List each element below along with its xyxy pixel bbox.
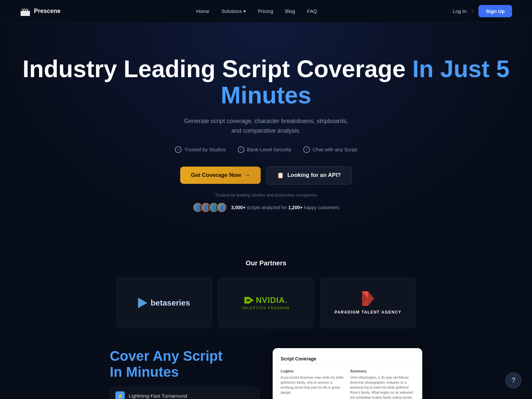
check-icon-security: ✓	[238, 146, 244, 153]
nvidia-sub-text: INCEPTION PROGRAM	[242, 306, 290, 310]
partners-section: Our Partners betaseries NVIDIA. INCEP	[0, 239, 532, 341]
clapboard-icon	[20, 6, 31, 17]
check-icon-chat: ✓	[303, 146, 310, 153]
nav-blog[interactable]: Blog	[285, 8, 295, 14]
feature-item-turnaround: ⚡ Lightning-Fast Turnaround	[110, 387, 259, 399]
paradigm-logo: PARADIGM TALENT AGENCY	[334, 291, 401, 315]
hero-heading: Industry Leading Script Coverage In Just…	[20, 56, 512, 108]
hero-badges: ✓ Trusted by Studios ✓ Bank-Level Securi…	[20, 146, 512, 153]
lower-grid: Cover Any Script In Minutes ⚡ Lightning-…	[110, 348, 422, 399]
logline-text: A successful American man visits his whi…	[281, 375, 345, 395]
avatar-group: 👤 👤 👤 👤	[193, 202, 227, 213]
script-preview-cols: Logline A successful American man visits…	[281, 369, 414, 399]
scripts-count: 3,000+	[231, 205, 245, 210]
nav-pricing[interactable]: Pricing	[258, 8, 273, 14]
avatar-4: 👤	[216, 202, 227, 213]
get-coverage-button[interactable]: Get Coverage Now →	[180, 167, 261, 184]
partners-title: Our Partners	[20, 259, 512, 267]
lower-section: Cover Any Script In Minutes ⚡ Lightning-…	[83, 341, 449, 399]
logline-title: Logline	[281, 369, 345, 373]
logo[interactable]: Prescene	[20, 6, 61, 17]
api-button[interactable]: 📋 Looking for an API?	[266, 166, 352, 185]
nvidia-icon	[244, 297, 254, 304]
get-coverage-label: Get Coverage Now	[191, 172, 241, 179]
nvidia-name-row: NVIDIA.	[244, 296, 287, 305]
nav-solutions[interactable]: Solutions ▾	[221, 8, 246, 14]
script-preview-title: Script Coverage	[281, 356, 414, 364]
hero-section: Industry Leading Script Coverage In Just…	[0, 23, 532, 239]
cover-heading: Cover Any Script In Minutes	[110, 348, 259, 380]
brand-name: Prescene	[34, 8, 61, 15]
lightning-icon: ⚡	[115, 391, 125, 399]
feature-turnaround-label: Lightning-Fast Turnaround	[129, 393, 187, 399]
api-icon: 📋	[277, 172, 284, 179]
partner-nvidia: NVIDIA. INCEPTION PROGRAM	[218, 278, 314, 328]
betaseries-logo: betaseries	[138, 298, 190, 308]
nav-auth: Log In / Sign Up	[453, 5, 512, 17]
signup-button[interactable]: Sign Up	[478, 5, 512, 17]
betaseries-triangle-icon	[138, 298, 147, 308]
script-preview-card: Script Coverage Logline A successful Ame…	[273, 348, 422, 399]
summary-title: Summary	[350, 369, 414, 373]
paradigm-icon	[362, 291, 374, 306]
badge-security: ✓ Bank-Level Security	[238, 146, 291, 153]
help-button[interactable]: ?	[505, 372, 521, 388]
badge-security-label: Bank-Level Security	[247, 147, 291, 152]
arrow-right-icon: →	[244, 172, 250, 179]
hero-heading-line1: Industry Leading Script Coverage	[23, 56, 406, 82]
nav-faq[interactable]: FAQ	[307, 8, 317, 14]
customers-label: happy customers	[304, 205, 339, 210]
nav-home[interactable]: Home	[196, 8, 209, 14]
social-proof: 👤 👤 👤 👤 3,000+ scripts analyzed for 1,20…	[20, 202, 512, 213]
cover-text: Cover Any Script In Minutes ⚡ Lightning-…	[110, 348, 259, 399]
partner-betaseries: betaseries	[116, 278, 212, 328]
scripts-label: scripts analyzed for	[247, 205, 288, 210]
navbar: Prescene Home Solutions ▾ Pricing Blog F…	[0, 0, 532, 23]
question-mark-icon: ?	[511, 376, 515, 385]
paradigm-name: PARADIGM TALENT AGENCY	[334, 310, 401, 315]
check-icon-studios: ✓	[175, 146, 182, 153]
hero-subtitle: Generate script coverage, character brea…	[180, 116, 352, 136]
badge-studios-label: Trusted by Studios	[184, 147, 226, 152]
nvidia-text: NVIDIA.	[256, 296, 287, 305]
nav-links: Home Solutions ▾ Pricing Blog FAQ	[196, 8, 317, 14]
partners-grid: betaseries NVIDIA. INCEPTION PROGRAM	[116, 278, 416, 328]
trusted-text: Trusted by leading studios and productio…	[20, 193, 512, 198]
badge-chat: ✓ Chat with any Script	[303, 146, 357, 153]
script-col-right: Summary Chris Washington, a 26-year-old …	[350, 369, 414, 399]
badge-studios: ✓ Trusted by Studios	[175, 146, 226, 153]
nav-separator: /	[472, 8, 473, 14]
hero-cta: Get Coverage Now → 📋 Looking for an API?	[20, 166, 512, 185]
login-link[interactable]: Log In	[453, 8, 466, 14]
proof-text: 3,000+ scripts analyzed for 1,200+ happy…	[231, 205, 339, 210]
partner-paradigm: PARADIGM TALENT AGENCY	[320, 278, 416, 328]
betaseries-name: betaseries	[151, 298, 190, 308]
customers-count: 1,200+	[288, 205, 303, 210]
cover-heading-line1: Cover Any Script	[110, 348, 259, 364]
api-label: Looking for an API?	[287, 172, 341, 179]
chevron-down-icon: ▾	[243, 8, 246, 14]
summary-text: Chris Washington, a 26-year-old African …	[350, 375, 414, 399]
nvidia-logo: NVIDIA. INCEPTION PROGRAM	[242, 296, 290, 310]
script-col-left: Logline A successful American man visits…	[281, 369, 345, 399]
badge-chat-label: Chat with any Script	[313, 147, 357, 152]
cover-heading-line2: In Minutes	[110, 364, 259, 380]
